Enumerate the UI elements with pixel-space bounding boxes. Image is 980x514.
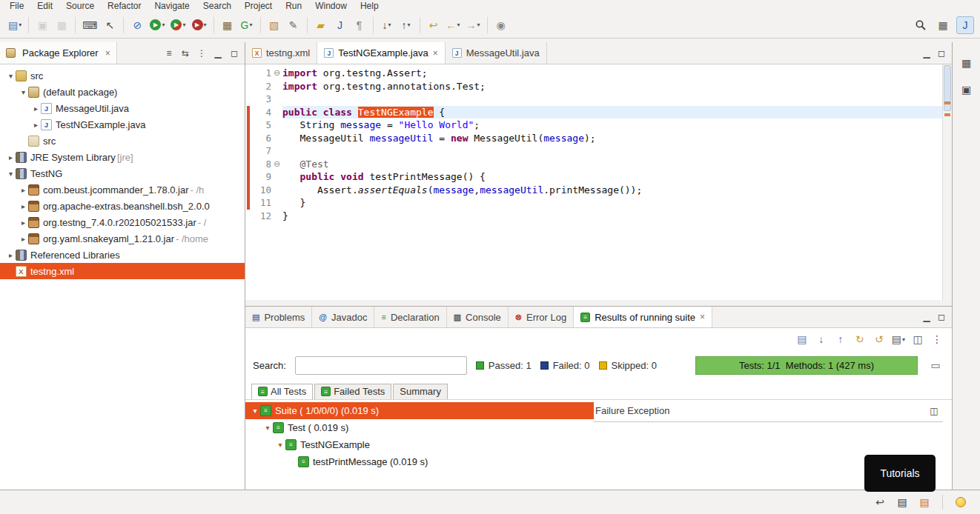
result-item-testngexample[interactable]: ▾≡TestNGExample bbox=[245, 436, 594, 453]
line-ruler[interactable] bbox=[245, 106, 252, 119]
expand-arrow-icon[interactable]: ▸ bbox=[31, 104, 41, 113]
result-item-test-0-019-s[interactable]: ▾≡Test ( 0.019 s) bbox=[245, 419, 594, 436]
maximize-button[interactable]: ◻ bbox=[934, 310, 949, 324]
minimize-button[interactable]: ▁ bbox=[919, 310, 934, 324]
rerun-test-button[interactable]: ↻ bbox=[851, 330, 869, 348]
link-with-editor-icon[interactable]: ⇆ bbox=[178, 46, 193, 61]
code-text[interactable]: MessageUtil messageUtil = new MessageUti… bbox=[282, 132, 942, 145]
java-perspective-button[interactable]: J bbox=[956, 16, 974, 34]
search-input[interactable] bbox=[295, 356, 467, 375]
results-tab-summary[interactable]: Summary bbox=[393, 384, 448, 399]
expand-arrow-icon[interactable]: ▸ bbox=[6, 153, 16, 161]
new-java-project-button[interactable]: ▦ bbox=[219, 16, 236, 34]
back-button[interactable]: ←▾ bbox=[444, 16, 463, 34]
menu-refactor[interactable]: Refactor bbox=[101, 1, 148, 11]
tree-item-messageutil-java[interactable]: ▸JMessageUtil.java bbox=[0, 100, 245, 116]
expand-arrow-icon[interactable]: ▾ bbox=[6, 72, 16, 80]
code-text[interactable]: } bbox=[282, 210, 942, 223]
line-ruler[interactable] bbox=[245, 170, 252, 184]
tree-item-referenced-libraries[interactable]: ▸Referenced Libraries bbox=[0, 247, 245, 263]
tree-item-testngexample-java[interactable]: ▸JTestNGExample.java bbox=[0, 116, 245, 133]
close-tab-icon[interactable]: × bbox=[433, 48, 438, 59]
minimize-button[interactable]: ▁ bbox=[919, 46, 934, 61]
search-menu-button[interactable]: ✎ bbox=[285, 16, 302, 34]
previous-annotation-button[interactable]: ↑▾ bbox=[397, 16, 415, 34]
restore-welcome-button[interactable]: ↩ bbox=[871, 493, 889, 511]
tree-item-jre-system-library[interactable]: ▸JRE System Library [jre] bbox=[0, 149, 245, 165]
line-ruler[interactable] bbox=[245, 80, 252, 93]
last-edit-location-button[interactable]: ↩ bbox=[425, 16, 443, 34]
previous-failure-button[interactable]: ↑ bbox=[832, 330, 850, 348]
code-text[interactable] bbox=[282, 144, 942, 158]
line-ruler[interactable] bbox=[245, 184, 252, 197]
code-text[interactable]: import org.testng.Assert; bbox=[282, 67, 942, 80]
close-view-icon[interactable]: × bbox=[105, 48, 110, 59]
maximize-button[interactable]: ◻ bbox=[934, 46, 949, 61]
editor-tab-testng-xml[interactable]: Xtestng.xml bbox=[245, 42, 317, 64]
open-type-button[interactable]: J bbox=[331, 16, 349, 34]
menu-window[interactable]: Window bbox=[308, 1, 354, 11]
line-ruler[interactable] bbox=[245, 67, 252, 80]
result-item-suite-1-0-0-0-0-019-s[interactable]: ▾≡Suite ( 1/0/0/0) (0.019 s) bbox=[245, 402, 594, 419]
menu-source[interactable]: Source bbox=[59, 1, 101, 11]
maximize-button[interactable]: ◻ bbox=[227, 46, 242, 61]
editor-bottom-sash[interactable] bbox=[245, 300, 952, 306]
menu-run[interactable]: Run bbox=[279, 1, 308, 11]
fold-collapse-icon[interactable]: ⊖ bbox=[271, 67, 282, 80]
line-ruler[interactable] bbox=[245, 132, 252, 145]
results-tab-failed-tests[interactable]: ≡Failed Tests bbox=[314, 384, 391, 399]
expand-arrow-icon[interactable]: ▾ bbox=[19, 88, 28, 96]
expand-arrow-icon[interactable]: ▸ bbox=[19, 218, 28, 227]
expand-arrow-icon[interactable]: ▸ bbox=[19, 202, 28, 210]
menu-search[interactable]: Search bbox=[196, 1, 238, 11]
profile-button[interactable]: ▶▾ bbox=[190, 16, 209, 34]
cursor-mode-button[interactable]: ↖ bbox=[101, 16, 119, 34]
open-view-button[interactable]: ▦ bbox=[958, 54, 976, 72]
tips-and-tricks-button[interactable] bbox=[952, 493, 970, 511]
coverage-button[interactable]: ▶▾ bbox=[168, 16, 188, 34]
expand-arrow-icon[interactable]: ▸ bbox=[19, 186, 28, 194]
open-perspective-button[interactable]: ▦ bbox=[934, 16, 952, 34]
scroll-lock-button[interactable]: ▭ bbox=[927, 356, 944, 374]
menu-file[interactable]: File bbox=[3, 1, 30, 11]
line-ruler[interactable] bbox=[245, 210, 252, 223]
new-wizard-button[interactable]: ▤▾ bbox=[6, 16, 24, 34]
tree-item-org-yaml-snakeyaml-1-21-0-jar[interactable]: ▸org.yaml.snakeyaml_1.21.0.jar - /home bbox=[0, 230, 245, 247]
tree-item-testng-xml[interactable]: Xtestng.xml bbox=[0, 263, 245, 279]
expand-arrow-icon[interactable]: ▸ bbox=[19, 235, 28, 243]
panel-tab-results-of-running-suite[interactable]: ≡Results of running suite× bbox=[574, 307, 712, 327]
code-text[interactable]: import org.testng.annotations.Test; bbox=[282, 80, 942, 93]
line-ruler[interactable] bbox=[245, 196, 252, 210]
view-menu-icon[interactable]: ⋮ bbox=[194, 46, 209, 61]
save-button[interactable]: ▣ bbox=[33, 16, 51, 34]
menu-help[interactable]: Help bbox=[354, 1, 385, 11]
panel-tab-declaration[interactable]: ≡Declaration bbox=[374, 307, 446, 327]
next-annotation-button[interactable]: ↓▾ bbox=[378, 16, 396, 34]
menu-navigate[interactable]: Navigate bbox=[148, 1, 196, 11]
expand-arrow-icon[interactable]: ▾ bbox=[262, 424, 273, 432]
results-tab-all-tests[interactable]: ≡All Tests bbox=[251, 384, 313, 399]
line-ruler[interactable] bbox=[245, 144, 252, 158]
view-menu-button[interactable]: ⋮ bbox=[928, 330, 946, 348]
new-testng-class-button[interactable]: G▾ bbox=[238, 16, 256, 34]
code-text[interactable]: } bbox=[282, 196, 942, 210]
search-button[interactable] bbox=[912, 16, 930, 34]
result-item-testprintmessage-0-019-s[interactable]: ≡testPrintMessage (0.019 s) bbox=[245, 453, 594, 470]
save-all-button[interactable]: ▦ bbox=[53, 16, 70, 34]
restore-minimized-view-button[interactable]: ▣ bbox=[958, 81, 976, 99]
open-console-button[interactable]: ⌨ bbox=[80, 16, 99, 34]
expand-arrow-icon[interactable]: ▸ bbox=[31, 121, 41, 129]
code-text[interactable]: String message = "Hello World"; bbox=[282, 119, 942, 132]
expand-arrow-icon[interactable]: ▾ bbox=[250, 407, 260, 415]
help-contents-button[interactable]: ▤ bbox=[893, 493, 911, 511]
panel-tab-error-log[interactable]: ⊗Error Log bbox=[509, 307, 574, 327]
fold-collapse-icon[interactable]: ⊖ bbox=[271, 158, 282, 171]
expand-arrow-icon[interactable]: ▸ bbox=[6, 251, 16, 259]
tree-item-org-apache-extras-beanshell-bsh-2-0-0[interactable]: ▸org.apache-extras.beanshell.bsh_2.0.0 bbox=[0, 198, 245, 214]
line-ruler[interactable] bbox=[245, 93, 252, 106]
tree-item-src[interactable]: ▾src bbox=[0, 67, 245, 84]
run-button[interactable]: ▶▾ bbox=[148, 16, 167, 34]
expand-sections-icon[interactable]: ◫ bbox=[927, 404, 941, 418]
code-text[interactable]: public class TestNGExample { bbox=[282, 106, 942, 119]
code-text[interactable] bbox=[282, 93, 942, 106]
